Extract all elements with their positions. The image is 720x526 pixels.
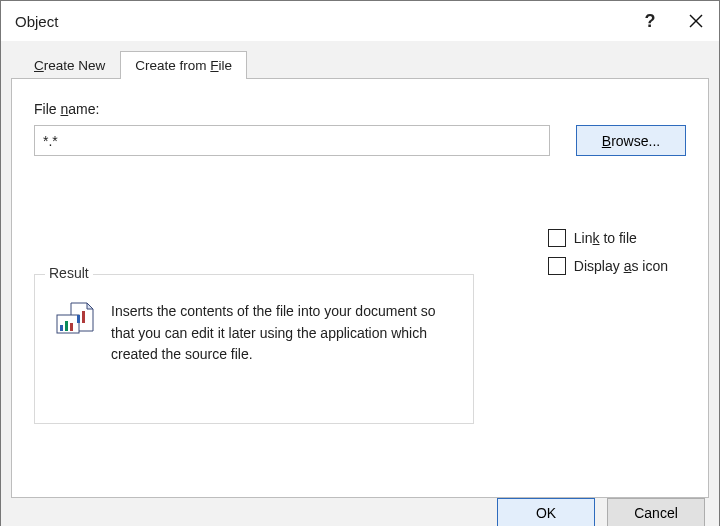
filename-row: Browse... xyxy=(34,125,686,156)
result-text: Inserts the contents of the file into yo… xyxy=(111,301,455,366)
client-area: Create New Create from File File name: B… xyxy=(1,41,719,498)
close-button[interactable] xyxy=(673,1,719,41)
checkbox-box xyxy=(548,229,566,247)
title-bar: Object ? xyxy=(1,1,719,41)
tab-create-from-file[interactable]: Create from File xyxy=(120,51,247,79)
options-group: Link to file Display as icon xyxy=(548,229,668,275)
link-to-file-checkbox[interactable]: Link to file xyxy=(548,229,668,247)
svg-rect-5 xyxy=(60,325,63,331)
display-as-icon-checkbox[interactable]: Display as icon xyxy=(548,257,668,275)
browse-button[interactable]: Browse... xyxy=(576,125,686,156)
svg-rect-6 xyxy=(65,321,68,331)
result-legend: Result xyxy=(45,265,93,281)
embed-document-icon xyxy=(53,301,97,341)
tab-create-new[interactable]: Create New xyxy=(19,51,120,79)
svg-rect-9 xyxy=(82,311,85,323)
result-content: Inserts the contents of the file into yo… xyxy=(35,275,473,376)
dialog-footer: OK Cancel xyxy=(1,498,719,526)
checkbox-label: Link to file xyxy=(574,230,637,246)
tab-strip: Create New Create from File xyxy=(11,49,709,79)
close-icon xyxy=(689,14,703,28)
ok-button[interactable]: OK xyxy=(497,498,595,526)
svg-marker-3 xyxy=(87,303,93,309)
dialog-title: Object xyxy=(15,13,627,30)
result-icon xyxy=(53,301,97,341)
help-button[interactable]: ? xyxy=(627,1,673,41)
object-dialog: Object ? Create New Create from File Fil… xyxy=(0,0,720,526)
filename-label: File name: xyxy=(34,101,686,117)
checkbox-box xyxy=(548,257,566,275)
svg-rect-7 xyxy=(70,323,73,331)
result-groupbox: Result xyxy=(34,274,474,424)
svg-rect-8 xyxy=(77,315,80,323)
filename-input[interactable] xyxy=(34,125,550,156)
tab-page-create-from-file: File name: Browse... Link to file xyxy=(11,78,709,498)
checkbox-label: Display as icon xyxy=(574,258,668,274)
cancel-button[interactable]: Cancel xyxy=(607,498,705,526)
